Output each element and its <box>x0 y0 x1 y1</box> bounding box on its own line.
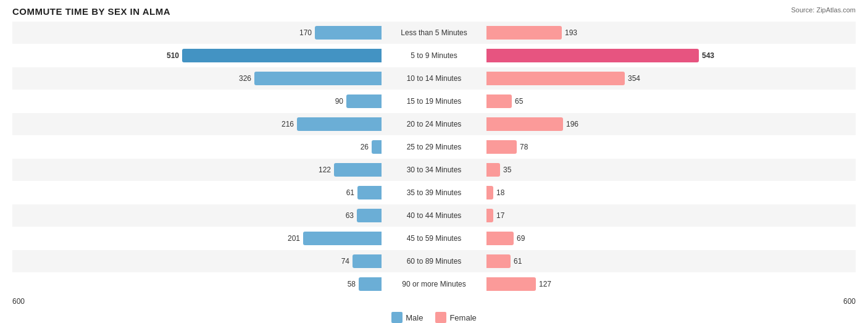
right-section: 196 <box>486 113 856 135</box>
female-value: 196 <box>566 120 578 128</box>
female-value: 61 <box>514 257 522 266</box>
right-section: 18 <box>486 182 856 204</box>
left-section: 216 <box>12 113 382 135</box>
axis-left: 600 <box>12 297 25 306</box>
male-value: 90 <box>335 97 343 106</box>
chart-row: 216 20 to 24 Minutes 196 <box>12 113 856 135</box>
female-value: 78 <box>520 143 528 151</box>
female-value: 35 <box>503 166 511 174</box>
legend-female-label: Female <box>449 313 476 322</box>
axis-right: 600 <box>843 297 856 306</box>
female-value: 17 <box>496 211 504 220</box>
chart-row: 90 15 to 19 Minutes 65 <box>12 90 856 112</box>
chart-row: 74 60 to 89 Minutes 61 <box>12 250 856 272</box>
female-value: 193 <box>565 28 577 37</box>
row-label: 30 to 34 Minutes <box>382 166 486 174</box>
right-section: 127 <box>486 273 856 295</box>
left-section: 326 <box>12 67 382 90</box>
male-value: 170 <box>299 28 312 37</box>
right-section: 193 <box>486 22 856 44</box>
left-section: 201 <box>12 227 382 250</box>
chart-title: COMMUTE TIME BY SEX IN ALMA <box>12 6 856 17</box>
right-section: 17 <box>486 204 856 227</box>
bars-area: 170 Less than 5 Minutes 193 510 5 to 9 M… <box>12 22 856 295</box>
chart-row: 122 30 to 34 Minutes 35 <box>12 159 856 181</box>
male-value: 122 <box>319 166 331 174</box>
row-label: 40 to 44 Minutes <box>382 211 486 220</box>
left-section: 74 <box>12 250 382 272</box>
legend-female-box <box>435 312 446 323</box>
female-value: 354 <box>628 74 640 83</box>
right-section: 78 <box>486 136 856 158</box>
legend-female: Female <box>435 312 476 323</box>
left-section: 510 <box>12 44 382 67</box>
row-label: 35 to 39 Minutes <box>382 188 486 197</box>
male-value: 63 <box>346 211 354 220</box>
left-section: 170 <box>12 22 382 44</box>
female-value: 127 <box>539 280 551 288</box>
right-section: 35 <box>486 159 856 181</box>
row-label: 20 to 24 Minutes <box>382 120 486 128</box>
source-text: Source: ZipAtlas.com <box>791 6 856 14</box>
male-value: 26 <box>361 143 369 151</box>
male-value: 74 <box>341 257 349 266</box>
male-value: 326 <box>239 74 251 83</box>
legend: Male Female <box>12 312 856 323</box>
legend-male: Male <box>391 312 423 323</box>
right-section: 543 <box>486 44 856 67</box>
female-value: 69 <box>517 234 525 243</box>
left-section: 61 <box>12 182 382 204</box>
chart-row: 58 90 or more Minutes 127 <box>12 273 856 295</box>
chart-container: COMMUTE TIME BY SEX IN ALMA Source: ZipA… <box>0 0 868 323</box>
right-section: 65 <box>486 90 856 112</box>
row-label: 90 or more Minutes <box>382 280 486 288</box>
chart-row: 26 25 to 29 Minutes 78 <box>12 136 856 158</box>
left-section: 26 <box>12 136 382 158</box>
row-label: 15 to 19 Minutes <box>382 97 486 106</box>
left-section: 63 <box>12 204 382 227</box>
male-value: 510 <box>167 51 179 60</box>
row-label: Less than 5 Minutes <box>382 28 486 37</box>
chart-row: 170 Less than 5 Minutes 193 <box>12 22 856 44</box>
male-value: 58 <box>348 280 356 288</box>
right-section: 354 <box>486 67 856 90</box>
axis-labels: 600 600 <box>12 296 856 307</box>
chart-row: 510 5 to 9 Minutes 543 <box>12 44 856 67</box>
female-value: 543 <box>702 51 714 60</box>
right-section: 61 <box>486 250 856 272</box>
row-label: 45 to 59 Minutes <box>382 234 486 243</box>
female-value: 18 <box>496 188 504 197</box>
chart-row: 326 10 to 14 Minutes 354 <box>12 67 856 90</box>
female-value: 65 <box>515 97 523 106</box>
row-label: 60 to 89 Minutes <box>382 257 486 266</box>
chart-row: 63 40 to 44 Minutes 17 <box>12 204 856 227</box>
male-value: 201 <box>288 234 300 243</box>
chart-row: 201 45 to 59 Minutes 69 <box>12 227 856 250</box>
left-section: 122 <box>12 159 382 181</box>
left-section: 90 <box>12 90 382 112</box>
legend-male-label: Male <box>406 313 423 322</box>
legend-male-box <box>391 312 403 323</box>
row-label: 5 to 9 Minutes <box>382 51 486 60</box>
row-label: 25 to 29 Minutes <box>382 143 486 151</box>
chart-row: 61 35 to 39 Minutes 18 <box>12 182 856 204</box>
left-section: 58 <box>12 273 382 295</box>
right-section: 69 <box>486 227 856 250</box>
row-label: 10 to 14 Minutes <box>382 74 486 83</box>
male-value: 216 <box>282 120 294 128</box>
male-value: 61 <box>346 188 354 197</box>
